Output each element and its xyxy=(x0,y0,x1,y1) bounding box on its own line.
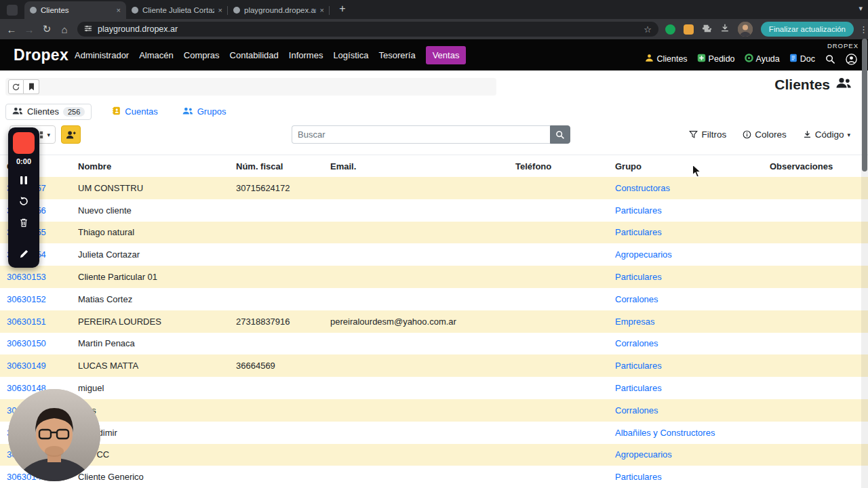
client-code-link[interactable]: 30630150 xyxy=(7,338,78,348)
client-fiscal: 27318837916 xyxy=(236,317,330,327)
downloads-icon[interactable] xyxy=(720,23,730,35)
stop-recording-button[interactable] xyxy=(13,132,35,154)
client-fiscal: 36664569 xyxy=(236,361,330,371)
extension-green-icon[interactable] xyxy=(665,24,675,35)
tab-grupos[interactable]: Grupos xyxy=(178,104,231,120)
tab-cuentas[interactable]: Cuentas xyxy=(108,104,161,120)
client-group-link[interactable]: Particulares xyxy=(615,383,770,393)
bookmark-star-icon[interactable]: ☆ xyxy=(644,24,652,35)
table-row: 30630156Nuevo clienteParticulares xyxy=(0,199,868,222)
client-code-link[interactable]: 30630149 xyxy=(7,361,78,371)
pause-button[interactable] xyxy=(17,174,31,186)
tab-clientes[interactable]: Clientes256 xyxy=(5,104,92,120)
quicklink-ayuda[interactable]: Ayuda xyxy=(745,54,780,64)
client-group-link[interactable]: Particulares xyxy=(615,227,770,237)
client-group-link[interactable]: Agropecuarios xyxy=(615,249,770,260)
puzzle-icon[interactable] xyxy=(702,23,712,36)
client-group-link[interactable]: Particulares xyxy=(615,472,770,482)
table-row: 30630152Matias CortezCorralones xyxy=(0,288,868,310)
client-name: Martin Penaca xyxy=(78,338,236,348)
finish-update-button[interactable]: Finalizar actualización xyxy=(761,22,854,37)
client-group-link[interactable]: Particulares xyxy=(615,272,770,282)
client-group-link[interactable]: Particulares xyxy=(615,205,770,216)
nav-item-ventas[interactable]: Ventas xyxy=(426,46,467,64)
client-email: pereiralourdesm@yahoo.com.ar xyxy=(330,317,515,327)
download-icon xyxy=(803,130,812,139)
search-icon[interactable] xyxy=(825,54,835,64)
colors-button[interactable]: Colores xyxy=(743,129,787,140)
client-group-link[interactable]: Constructoras xyxy=(615,183,770,193)
browser-tab[interactable]: Cliente Julieta Cortazar × xyxy=(126,1,228,19)
delete-recording-button[interactable] xyxy=(17,216,31,228)
client-code-link[interactable]: 30630153 xyxy=(7,272,78,282)
forward-icon[interactable]: → xyxy=(20,24,38,35)
quicklink-doc[interactable]: Doc xyxy=(789,54,815,64)
client-name: Cliente Generico xyxy=(78,472,236,482)
nav-item-informes[interactable]: Informes xyxy=(289,50,323,60)
table-row: 30630155Thiago naturalParticulares xyxy=(0,222,868,244)
browser-tab[interactable]: Clientes × xyxy=(24,1,126,19)
workspace-icon[interactable] xyxy=(7,5,18,16)
new-tab-button[interactable]: + xyxy=(335,1,350,16)
page-tabs: Clientes256CuentasGrupos xyxy=(5,102,230,121)
bookmark-button[interactable] xyxy=(24,79,39,94)
client-group-link[interactable]: Agropecuarios xyxy=(615,449,770,460)
client-group-link[interactable]: Empresas xyxy=(615,317,770,327)
client-group-link[interactable]: Corralones xyxy=(615,294,770,304)
table-row: 30630148miguelParticulares xyxy=(0,377,868,399)
nav-item-administrador[interactable]: Administrador xyxy=(75,50,129,60)
quicklink-clientes[interactable]: Clientes xyxy=(645,54,687,64)
client-name: …vladimir xyxy=(78,428,236,438)
client-group-link[interactable]: Corralones xyxy=(615,338,770,348)
column-header: Nombre xyxy=(78,161,236,171)
reload-icon[interactable]: ↻ xyxy=(38,23,56,35)
table-header: CódigoNombreNúm. fiscalEmail.TeléfonoGru… xyxy=(0,155,868,177)
client-group-link[interactable]: Particulares xyxy=(615,361,770,371)
tab-close-icon[interactable]: × xyxy=(218,6,222,14)
main-nav: AdministradorAlmacénComprasContabilidadI… xyxy=(75,39,466,70)
home-icon[interactable]: ⌂ xyxy=(56,24,73,35)
back-icon[interactable]: ← xyxy=(3,24,20,35)
nav-item-tesorería[interactable]: Tesorería xyxy=(378,50,415,60)
app-logo[interactable]: Dropex xyxy=(14,46,68,64)
nav-item-contabilidad[interactable]: Contabilidad xyxy=(230,50,279,60)
address-bar[interactable]: playground.dropex.ar ☆ xyxy=(77,22,658,37)
add-client-button[interactable] xyxy=(61,125,81,144)
search-input[interactable] xyxy=(292,125,550,144)
tab-favicon-icon xyxy=(30,7,37,14)
quicklink-pedido[interactable]: Pedido xyxy=(697,54,735,64)
nav-item-almacén[interactable]: Almacén xyxy=(139,50,174,60)
search-button[interactable] xyxy=(550,125,570,144)
page-title: Clientes xyxy=(774,77,852,93)
client-group-link[interactable]: Corralones xyxy=(615,405,770,415)
tab-close-icon[interactable]: × xyxy=(320,6,324,14)
webcam-preview[interactable] xyxy=(8,389,100,481)
account-icon[interactable] xyxy=(846,54,857,65)
client-code-link[interactable]: 30630151 xyxy=(7,317,78,327)
nav-item-logística[interactable]: Logística xyxy=(333,50,368,60)
recorder-widget: 0:00 xyxy=(8,127,39,268)
action-bar: ▾ Filtros Colores Código ▾ xyxy=(0,125,868,144)
restart-recording-button[interactable] xyxy=(17,195,31,207)
nav-item-compras[interactable]: Compras xyxy=(184,50,220,60)
filters-button[interactable]: Filtros xyxy=(689,129,726,140)
info-icon xyxy=(743,130,751,139)
tab-favicon-icon xyxy=(132,7,138,14)
scrollbar-thumb[interactable] xyxy=(862,39,867,171)
browser-menu-icon[interactable]: ⋮ xyxy=(859,24,868,35)
client-group-link[interactable]: Albañiles y Constructores xyxy=(615,428,770,438)
table-row: 30630151PEREIRA LOURDES27318837916pereir… xyxy=(0,310,868,333)
extension-orange-icon[interactable] xyxy=(684,24,694,35)
client-code-link[interactable]: 30630152 xyxy=(7,294,78,304)
table-row: 30630146…vladimirAlbañiles y Constructor… xyxy=(0,422,868,444)
tab-close-icon[interactable]: × xyxy=(117,6,121,14)
client-name: Matias Cortez xyxy=(78,294,236,304)
people-icon xyxy=(835,77,852,93)
chevron-down-icon[interactable]: ▾ xyxy=(859,4,863,13)
redo-button[interactable] xyxy=(8,79,24,94)
site-settings-icon[interactable] xyxy=(84,24,92,35)
draw-pen-button[interactable] xyxy=(17,247,31,260)
browser-tab[interactable]: playground.dropex.ar/ListAcc × xyxy=(228,1,330,19)
code-dropdown-button[interactable]: Código ▾ xyxy=(803,129,850,140)
browser-profile-avatar[interactable] xyxy=(738,22,753,37)
